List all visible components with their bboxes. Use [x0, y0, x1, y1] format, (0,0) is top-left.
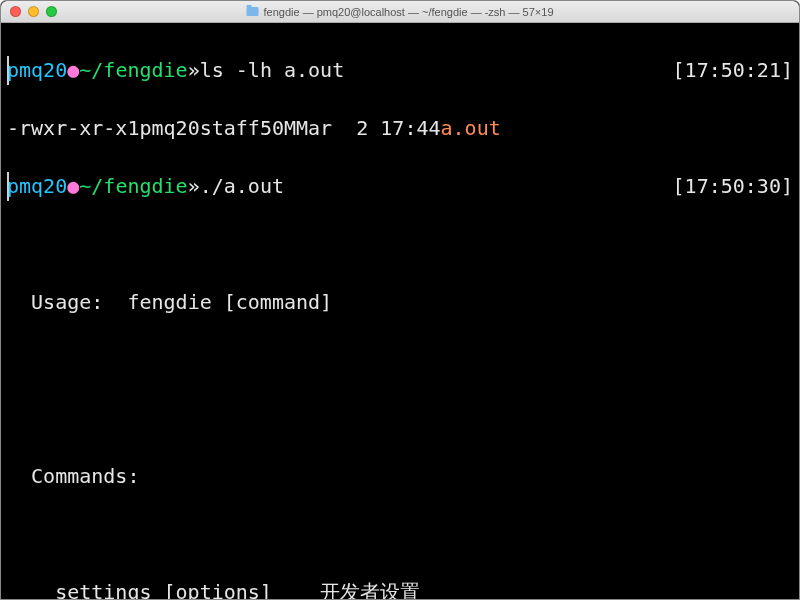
usage-line: Usage: fengdie [command]	[7, 288, 793, 317]
ls-group: staff	[200, 114, 260, 143]
prompt-user: pmq20	[7, 56, 67, 85]
ls-perm: -rwxr-xr-x	[7, 114, 127, 143]
prompt-line-2: pmq20●~/fengdie» ./a.out[17:50:30]	[7, 172, 793, 201]
command-2: ./a.out	[200, 172, 284, 201]
prompt-line-1: pmq20●~/fengdie» ls -lh a.out[17:50:21]	[7, 56, 793, 85]
ls-links: 1	[127, 114, 139, 143]
command-1: ls -lh a.out	[200, 56, 345, 85]
close-icon[interactable]	[10, 6, 21, 17]
command-row: settings [options]开发者设置	[7, 578, 793, 599]
ls-date: Mar 2 17:44	[296, 114, 441, 143]
ls-name: a.out	[441, 114, 501, 143]
terminal-output[interactable]: pmq20●~/fengdie» ls -lh a.out[17:50:21] …	[1, 23, 799, 599]
timestamp-1: [17:50:21]	[673, 56, 793, 85]
prompt-arrow: »	[188, 56, 200, 85]
titlebar[interactable]: fengdie — pmq20@localhost — ~/fengdie — …	[1, 1, 799, 23]
window-title: fengdie — pmq20@localhost — ~/fengdie — …	[247, 6, 554, 18]
terminal-window: fengdie — pmq20@localhost — ~/fengdie — …	[0, 0, 800, 600]
ls-size: 50M	[260, 114, 296, 143]
zoom-icon[interactable]	[46, 6, 57, 17]
ls-owner: pmq20	[139, 114, 199, 143]
minimize-icon[interactable]	[28, 6, 39, 17]
prompt-path: ~/fengdie	[79, 56, 187, 85]
usage-label: Usage:	[31, 290, 103, 314]
prompt-sep: ●	[67, 56, 79, 85]
usage-text: fengdie [command]	[127, 290, 332, 314]
commands-label: Commands:	[7, 462, 793, 491]
ls-output: -rwxr-xr-x 1 pmq20 staff 50M Mar 2 17:44…	[7, 114, 793, 143]
timestamp-2: [17:50:30]	[673, 172, 793, 201]
folder-icon	[247, 7, 259, 16]
window-title-text: fengdie — pmq20@localhost — ~/fengdie — …	[264, 6, 554, 18]
traffic-lights	[1, 6, 57, 17]
